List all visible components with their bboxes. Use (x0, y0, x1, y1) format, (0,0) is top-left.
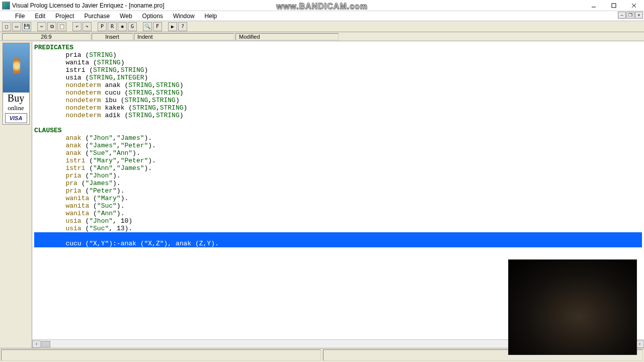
open-file-button[interactable]: ▭ (12, 22, 21, 31)
code-line[interactable] (34, 119, 642, 127)
ad-image (3, 43, 29, 93)
code-line[interactable]: nondeterm cucu (STRING,STRING) (34, 89, 642, 97)
code-line[interactable]: wanita ("Suc"). (34, 202, 642, 210)
code-line[interactable]: anak ("James","Peter"). (34, 142, 642, 149)
undo-button[interactable]: ↶ (72, 22, 82, 31)
run-button[interactable]: ▶ (168, 22, 177, 31)
indent-mode-indicator: Indent (134, 33, 234, 40)
insert-mode-indicator: Insert (92, 33, 133, 40)
menu-file[interactable]: File (12, 12, 28, 21)
svg-rect-1 (612, 4, 616, 8)
title-bar: Visual Prolog Licensed to Javier Enrique… (0, 0, 644, 11)
code-line[interactable]: pria (STRING) (34, 51, 642, 59)
code-line[interactable]: nondeterm kakek (STRING,STRING) (34, 104, 642, 112)
menu-options[interactable]: Options (139, 12, 166, 21)
close-button[interactable] (624, 1, 644, 11)
code-line[interactable]: cucu ("X,Y"):-anak ("X,Z"), anak (Z,Y). (34, 240, 642, 247)
menu-edit[interactable]: Edit (32, 12, 48, 21)
code-line[interactable]: nondeterm ibu (STRING,STRING) (34, 97, 642, 104)
window-title: Visual Prolog Licensed to Javier Enrique… (12, 2, 165, 9)
mdi-minimize-button[interactable]: – (618, 12, 626, 19)
editor-status-bar: 26:9 Insert Indent Modified (0, 32, 644, 41)
new-file-button[interactable]: □ (2, 22, 11, 31)
cut-button[interactable]: ✂ (37, 22, 46, 31)
find-button[interactable]: 🔍 (143, 22, 152, 31)
mdi-restore-button[interactable]: ❐ (626, 12, 634, 19)
paste-button[interactable]: 📋 (57, 22, 66, 31)
maximize-button[interactable] (604, 1, 624, 11)
visa-icon: VISA (5, 113, 27, 123)
menu-project[interactable]: Project (52, 12, 77, 21)
buy-online-ad[interactable]: Buy online VISA (3, 43, 30, 125)
ad-buy-label: Buy (3, 93, 29, 104)
menu-purchase[interactable]: Purchase (81, 12, 113, 21)
project-button[interactable]: P (98, 22, 107, 31)
mdi-controls: – ❐ × (618, 12, 643, 19)
code-line[interactable]: usia ("Jhon", 10) (34, 217, 642, 225)
code-line[interactable]: anak ("Sue","Ann"). (34, 149, 642, 157)
minimize-button[interactable] (584, 1, 604, 11)
code-line[interactable]: pra ("James"). (34, 179, 642, 187)
ad-online-label: online (3, 104, 29, 112)
menu-help[interactable]: Help (202, 12, 220, 21)
goal-button[interactable]: G (128, 22, 137, 31)
menu-web[interactable]: Web (117, 12, 135, 21)
modified-indicator: Modified (235, 33, 339, 40)
help-button[interactable]: ? (178, 22, 187, 31)
code-line[interactable]: usia ("Suc", 13). (34, 225, 642, 232)
code-line[interactable]: wanita ("Ann"). (34, 210, 642, 217)
mdi-close-button[interactable]: × (635, 12, 643, 19)
code-line[interactable]: CLAUSES (34, 127, 642, 134)
code-line[interactable]: wanita (STRING) (34, 59, 642, 66)
save-file-button[interactable]: 💾 (22, 22, 31, 31)
code-line[interactable]: istri ("Ann","James"). (34, 164, 642, 172)
code-line[interactable]: PREDICATES (34, 44, 642, 51)
copy-button[interactable]: ⧉ (47, 22, 56, 31)
debug-button[interactable]: ✱ (118, 22, 127, 31)
cursor-position: 26:9 (2, 33, 91, 40)
code-line[interactable]: anak ("Jhon","James"). (34, 134, 642, 142)
app-icon (2, 2, 10, 10)
code-line[interactable]: usia (STRING,INTEGER) (34, 74, 642, 81)
sidebar: Buy online VISA (0, 42, 32, 348)
code-line[interactable]: istri (STRING,STRING) (34, 66, 642, 74)
webcam-overlay (508, 259, 637, 355)
menu-window[interactable]: Window (170, 12, 198, 21)
r-button[interactable]: R (108, 22, 117, 31)
menu-bar: File Edit Project Purchase Web Options W… (0, 11, 644, 21)
code-line[interactable] (34, 232, 642, 240)
code-line[interactable]: istri ("Mary","Peter"). (34, 157, 642, 164)
scroll-left-button[interactable]: ‹ (32, 340, 41, 348)
code-line[interactable]: nondeterm anak (STRING,STRING) (34, 81, 642, 89)
code-line[interactable]: pria ("Jhon"). (34, 172, 642, 179)
f-button[interactable]: F (153, 22, 162, 31)
code-line[interactable]: pria ("Peter"). (34, 187, 642, 195)
code-line[interactable]: wanita ("Mary"). (34, 195, 642, 202)
scroll-thumb[interactable] (41, 341, 50, 347)
code-line[interactable]: nondeterm adik (STRING,STRING) (34, 112, 642, 119)
message-pane-left (1, 349, 321, 361)
toolbar: □ ▭ 💾 ✂ ⧉ 📋 ↶ ↷ P R ✱ G 🔍 F ▶ ? (0, 21, 644, 32)
redo-button[interactable]: ↷ (83, 22, 92, 31)
